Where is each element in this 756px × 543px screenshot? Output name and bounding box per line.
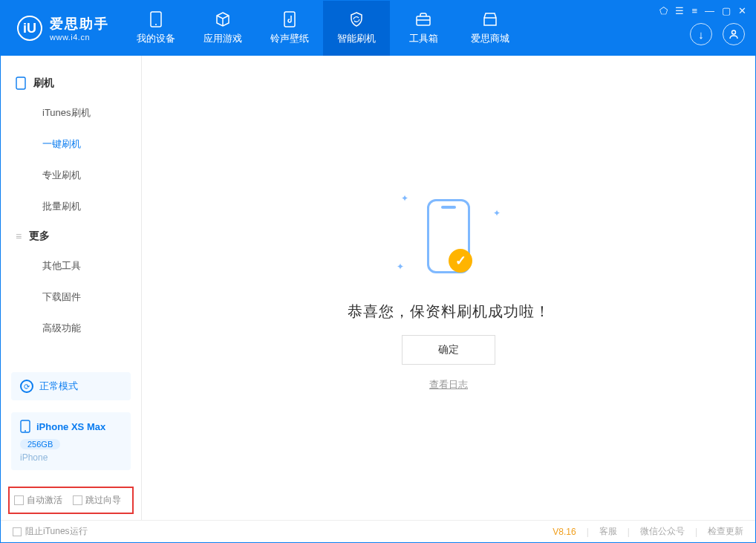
app-url: www.i4.cn xyxy=(50,33,109,42)
tab-ringtones[interactable]: 铃声壁纸 xyxy=(256,1,323,56)
svg-rect-3 xyxy=(417,16,430,25)
mode-label: 正常模式 xyxy=(39,380,78,393)
svg-point-4 xyxy=(732,30,736,34)
tab-device[interactable]: 我的设备 xyxy=(123,1,189,56)
mode-icon: ⟳ xyxy=(20,380,33,393)
ok-button[interactable]: 确定 xyxy=(402,335,495,365)
sidebar-item-advanced[interactable]: 高级功能 xyxy=(1,313,141,344)
shield-rotate-icon xyxy=(348,11,365,27)
main-area: 刷机 iTunes刷机 一键刷机 专业刷机 批量刷机 ≡ 更多 其他工具 下载固… xyxy=(1,56,755,520)
mode-indicator[interactable]: ⟳ 正常模式 xyxy=(11,372,131,400)
status-bar: 阻止iTunes运行 V8.16 | 客服 | 微信公众号 | 检查更新 xyxy=(1,520,755,542)
device-card[interactable]: iPhone XS Max 256GB iPhone xyxy=(11,412,131,470)
sparkle-icon: ✦ xyxy=(493,208,501,218)
app-name: 爱思助手 xyxy=(50,15,109,33)
checkbox-block-itunes-label: 阻止iTunes运行 xyxy=(25,525,88,538)
checkbox-auto-activate-label: 自动激活 xyxy=(27,494,62,507)
phone-graphic: ✓ xyxy=(427,199,470,273)
main-tabs: 我的设备 应用游戏 铃声壁纸 智能刷机 工具箱 爱思商城 xyxy=(123,1,524,56)
device-name: iPhone XS Max xyxy=(36,421,105,432)
checkbox-auto-activate[interactable]: 自动激活 xyxy=(14,494,62,507)
checkbox-icon xyxy=(14,495,24,505)
tab-apps-label: 应用游戏 xyxy=(203,32,242,45)
download-icon[interactable]: ↓ xyxy=(690,23,712,45)
checkbox-block-itunes[interactable]: 阻止iTunes运行 xyxy=(13,525,88,538)
sidebar-item-batch[interactable]: 批量刷机 xyxy=(1,191,141,222)
store-icon xyxy=(482,11,498,27)
window-controls: ⬠ ☰ ≡ — ▢ ✕ xyxy=(651,1,755,21)
app-header: iU 爱思助手 www.i4.cn 我的设备 应用游戏 铃声壁纸 智能刷机 工具… xyxy=(1,1,755,56)
sparkle-icon: ✦ xyxy=(397,261,404,272)
sidebar-group-flash-label: 刷机 xyxy=(33,77,54,90)
maximize-button[interactable]: ▢ xyxy=(722,5,731,16)
check-update-link[interactable]: 检查更新 xyxy=(708,525,743,538)
tab-apps[interactable]: 应用游戏 xyxy=(189,1,256,56)
checkbox-skip-guide[interactable]: 跳过向导 xyxy=(73,494,121,507)
tab-tools-label: 工具箱 xyxy=(409,32,438,45)
sidebar: 刷机 iTunes刷机 一键刷机 专业刷机 批量刷机 ≡ 更多 其他工具 下载固… xyxy=(1,56,142,520)
device-phone-icon xyxy=(20,420,30,433)
checkbox-icon xyxy=(13,527,22,536)
success-illustration: ✦ ✦ ✦ ✓ xyxy=(397,184,501,288)
svg-rect-5 xyxy=(16,77,25,89)
sidebar-group-flash: 刷机 xyxy=(1,69,141,97)
checkbox-skip-guide-label: 跳过向导 xyxy=(85,494,121,507)
support-link[interactable]: 客服 xyxy=(599,525,617,538)
options-highlight: 自动激活 跳过向导 xyxy=(8,487,134,514)
close-button[interactable]: ✕ xyxy=(738,5,746,16)
list-icon: ≡ xyxy=(16,230,22,242)
tab-store-label: 爱思商城 xyxy=(471,32,509,45)
phone-outline-icon xyxy=(16,77,26,90)
phone-icon xyxy=(148,11,164,27)
svg-point-7 xyxy=(25,430,26,432)
cube-icon xyxy=(215,11,231,27)
view-log-link[interactable]: 查看日志 xyxy=(429,378,468,391)
sparkle-icon: ✦ xyxy=(401,193,408,204)
tab-flash-label: 智能刷机 xyxy=(337,32,376,45)
sidebar-item-oneclick[interactable]: 一键刷机 xyxy=(1,129,141,160)
checkbox-icon xyxy=(73,495,82,505)
sidebar-group-more-label: 更多 xyxy=(29,230,50,243)
settings-icon[interactable]: ☰ xyxy=(675,5,684,16)
menu-icon[interactable]: ≡ xyxy=(691,5,697,16)
version-label: V8.16 xyxy=(553,527,576,537)
sidebar-item-itunes[interactable]: iTunes刷机 xyxy=(1,97,141,129)
device-type: iPhone xyxy=(20,452,48,463)
tab-flash[interactable]: 智能刷机 xyxy=(323,1,390,56)
sidebar-item-othertools[interactable]: 其他工具 xyxy=(1,250,141,282)
tab-ringtones-label: 铃声壁纸 xyxy=(270,32,309,45)
device-storage-badge: 256GB xyxy=(20,439,60,449)
minimize-button[interactable]: — xyxy=(705,5,714,16)
header-actions: ↓ xyxy=(690,23,745,45)
music-icon xyxy=(281,11,298,27)
tab-device-label: 我的设备 xyxy=(137,32,175,45)
success-message: 恭喜您，保资料刷机成功啦！ xyxy=(348,302,550,322)
tab-store[interactable]: 爱思商城 xyxy=(457,1,524,56)
checkmark-badge-icon: ✓ xyxy=(449,249,472,273)
sidebar-item-pro[interactable]: 专业刷机 xyxy=(1,160,141,191)
shirt-icon[interactable]: ⬠ xyxy=(659,5,668,16)
sidebar-group-more: ≡ 更多 xyxy=(1,222,141,250)
user-icon[interactable] xyxy=(723,23,745,45)
svg-point-1 xyxy=(155,24,157,25)
content-pane: ✦ ✦ ✦ ✓ 恭喜您，保资料刷机成功啦！ 确定 查看日志 xyxy=(142,56,755,520)
sidebar-item-firmware[interactable]: 下载固件 xyxy=(1,282,141,313)
app-logo: iU 爱思助手 www.i4.cn xyxy=(1,1,123,56)
tab-tools[interactable]: 工具箱 xyxy=(390,1,457,56)
toolbox-icon xyxy=(415,11,431,27)
wechat-link[interactable]: 微信公众号 xyxy=(640,525,685,538)
logo-icon: iU xyxy=(17,16,42,41)
